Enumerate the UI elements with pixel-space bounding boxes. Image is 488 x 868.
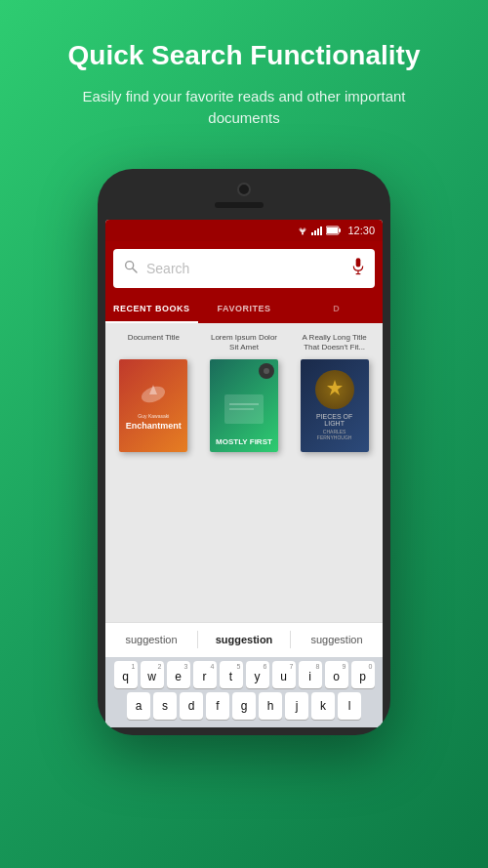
book-cover-3: PIECES OF LIGHT CHARLES FERNYHOUGH	[301, 359, 369, 452]
book3-inner-icon	[323, 378, 346, 401]
book-author: CHARLES FERNYHOUGH	[306, 429, 363, 440]
svg-rect-6	[320, 227, 322, 235]
svg-rect-5	[317, 228, 319, 235]
tab-recent-books[interactable]: RECENT BOOKS	[105, 296, 198, 323]
book-cover-shape	[139, 380, 168, 409]
key-o[interactable]: 9o	[325, 661, 348, 688]
svg-rect-3	[311, 232, 313, 235]
key-j[interactable]: j	[285, 692, 308, 720]
svg-point-2	[302, 232, 304, 234]
book-title: A Really Long Title That Doesn't Fit...	[297, 333, 373, 354]
svg-rect-9	[327, 227, 338, 233]
svg-line-11	[133, 269, 137, 272]
new-badge	[259, 363, 274, 379]
suggestion-2[interactable]: suggestion	[198, 634, 290, 645]
wifi-icon	[297, 226, 308, 235]
key-u[interactable]: 7u	[272, 661, 296, 688]
book-item[interactable]: A Really Long Title That Doesn't Fit... …	[297, 333, 373, 452]
page-title: Quick Search Functionality	[29, 39, 459, 72]
search-input[interactable]: Search	[146, 261, 344, 276]
book-title: Lorem Ipsum Dolor Sit Amet	[206, 333, 282, 354]
book-cover-title: PIECES OF LIGHT	[306, 413, 363, 427]
phone-frame: 12:30 Search	[98, 169, 390, 735]
signal-icon	[311, 226, 323, 235]
key-s[interactable]: s	[153, 692, 177, 720]
key-a[interactable]: a	[127, 692, 150, 720]
battery-icon	[326, 226, 342, 235]
search-icon	[123, 259, 139, 278]
book2-shape	[220, 385, 268, 434]
phone-top-bar	[105, 177, 383, 220]
keyboard: 1q 2w 3e 4r 5t 6y 7u 8i 9o 0p a s d f	[105, 657, 383, 727]
page-subtitle: Easily find your favorite reads and othe…	[78, 86, 410, 130]
tab-favorites[interactable]: FAVORITES	[198, 296, 291, 323]
key-p[interactable]: 0p	[351, 661, 375, 688]
svg-rect-12	[356, 258, 361, 267]
keyboard-row-1: 1q 2w 3e 4r 5t 6y 7u 8i 9o 0p	[107, 661, 381, 688]
status-bar: 12:30	[105, 220, 383, 241]
books-grid: Document Title Guy Kawasaki Enchantment	[111, 333, 377, 452]
key-t[interactable]: 5t	[220, 661, 243, 688]
svg-rect-4	[314, 230, 316, 235]
suggestion-1[interactable]: suggestion	[105, 634, 197, 645]
book-item[interactable]: Document Title Guy Kawasaki Enchantment	[115, 333, 191, 452]
book-cover-title: Enchantment	[126, 421, 182, 431]
phone-mockup: 12:30 Search	[98, 169, 390, 735]
key-e[interactable]: 3e	[167, 661, 190, 688]
key-y[interactable]: 6y	[246, 661, 269, 688]
key-q[interactable]: 1q	[114, 661, 138, 688]
key-k[interactable]: k	[311, 692, 335, 720]
key-l[interactable]: l	[338, 692, 361, 720]
book-cover-title: MOSTLY FIRST	[216, 437, 272, 446]
svg-point-10	[126, 261, 134, 269]
key-i[interactable]: 8i	[299, 661, 322, 688]
suggestion-3[interactable]: suggestion	[291, 634, 383, 645]
key-d[interactable]: d	[180, 692, 203, 720]
key-h[interactable]: h	[259, 692, 282, 720]
book-cover-1: Guy Kawasaki Enchantment	[119, 359, 187, 452]
book-author: Guy Kawasaki	[138, 413, 169, 419]
badge-icon	[263, 367, 270, 375]
tab-more[interactable]: D	[290, 296, 383, 323]
book-cover-2: MOSTLY FIRST	[210, 359, 278, 452]
book-item[interactable]: Lorem Ipsum Dolor Sit Amet	[206, 333, 282, 452]
svg-rect-8	[339, 228, 341, 232]
mic-icon[interactable]	[351, 258, 365, 279]
key-f[interactable]: f	[206, 692, 229, 720]
status-time: 12:30	[347, 225, 375, 236]
phone-screen: 12:30 Search	[105, 220, 383, 727]
status-icons	[297, 226, 342, 235]
book3-shape	[315, 370, 354, 409]
search-bar[interactable]: Search	[113, 249, 375, 288]
books-section: Document Title Guy Kawasaki Enchantment	[105, 323, 383, 622]
phone-camera	[237, 183, 251, 196]
key-g[interactable]: g	[232, 692, 256, 720]
phone-speaker	[215, 202, 264, 208]
svg-point-17	[264, 368, 269, 374]
header-section: Quick Search Functionality Easily find y…	[0, 0, 488, 149]
keyboard-row-2: a s d f g h j k l	[107, 692, 381, 720]
key-w[interactable]: 2w	[141, 661, 164, 688]
app-bar: Search	[105, 241, 383, 296]
book-title: Document Title	[128, 333, 180, 354]
tabs-bar: RECENT BOOKS FAVORITES D	[105, 296, 383, 323]
suggestions-bar: suggestion suggestion suggestion	[105, 622, 383, 657]
key-r[interactable]: 4r	[193, 661, 217, 688]
